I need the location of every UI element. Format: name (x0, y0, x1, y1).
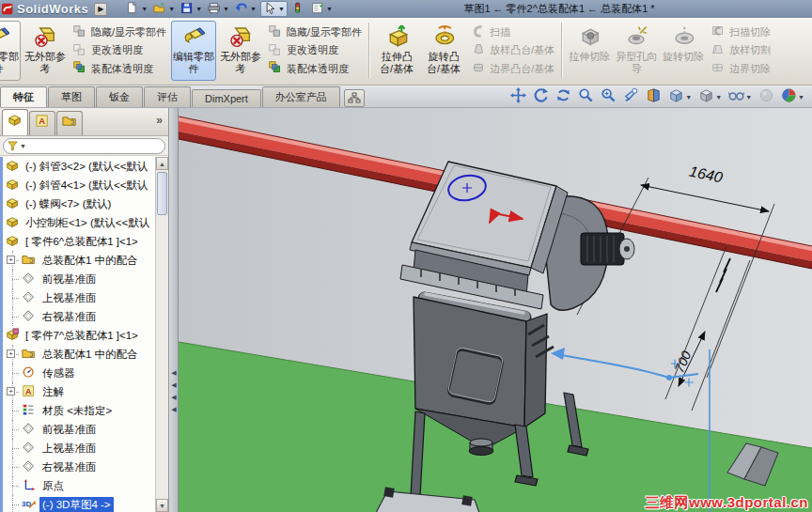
select-cursor-button[interactable]: ▼ (260, 1, 288, 17)
panel-tab-configurationmanager[interactable] (56, 111, 83, 135)
dropdown-caret-icon[interactable]: ▼ (685, 94, 692, 101)
tree-item[interactable]: 材质 <未指定> (0, 401, 155, 420)
tree-scrollbar[interactable]: ▲ ▼ (155, 157, 168, 512)
edit-appearance-button[interactable] (758, 87, 774, 107)
tree-item[interactable]: 前视基准面 (0, 420, 155, 439)
ribbon-menu-item-loft[interactable]: 放样凸台/基体 (471, 42, 554, 59)
ribbon-button-no-ext-ref[interactable]: 无外部参考 (218, 21, 263, 81)
ribbon-button-revolve-cut[interactable]: 旋转切除 (661, 21, 706, 81)
dropdown-caret-icon[interactable]: ▼ (326, 6, 333, 12)
section-view-button[interactable] (646, 87, 662, 107)
expand-toggle[interactable]: + (7, 387, 15, 396)
tree-item[interactable]: 前视基准面 (0, 270, 155, 288)
tree-item[interactable]: (-) 斜管4<1> (默认<<默认 (0, 176, 155, 194)
filter-caret-icon[interactable]: ▼ (20, 143, 26, 149)
feature-filter-input[interactable]: ▼ (3, 138, 165, 154)
tab-办公室产品[interactable]: 办公室产品 (262, 86, 340, 107)
tree-item[interactable]: 上视基准面 (0, 288, 155, 307)
tree-item[interactable]: (-) 蝶阀<7> (默认) (0, 194, 155, 213)
dropdown-caret-icon[interactable]: ▼ (250, 6, 257, 12)
tree-item[interactable]: [ 零件7^总装配体1 ]<1> (0, 326, 155, 345)
tree-item[interactable]: (-) 斜管3<2> (默认<<默认 (0, 157, 155, 176)
ribbon-menu-item-hide-show[interactable]: 隐藏/显示零部件 (72, 23, 166, 40)
rotate-view-button[interactable] (533, 87, 549, 107)
tree-item[interactable]: +总装配体1 中的配合 (0, 345, 155, 364)
ribbon-menu-item-transparency[interactable]: 更改透明度 (268, 42, 362, 59)
tree-item[interactable]: 小控制柜<1> (默认<<默认 (0, 213, 155, 232)
ribbon-button-edit-part[interactable]: 编辑零部件 (171, 21, 216, 81)
tree-item[interactable]: 3D(-) 3D草图4 -> (0, 495, 155, 512)
ribbon-menu-item-loft-cut[interactable]: 放样切割 (710, 42, 771, 59)
tree-item[interactable]: 上视基准面 (0, 439, 155, 458)
dropdown-caret-icon[interactable]: ▼ (278, 6, 285, 12)
ribbon-menu-item-boundary[interactable]: 边界凸台/基体 (471, 60, 554, 77)
print-button[interactable]: ▼ (206, 1, 231, 17)
apply-scene-button[interactable]: ▼ (781, 87, 804, 107)
tab-特征[interactable]: 特征 (0, 86, 47, 107)
ribbon-button-hole-wizard[interactable]: 异型孔向导 (614, 21, 659, 81)
zoom-selection-button[interactable] (623, 87, 639, 107)
ribbon-button-edit-part[interactable]: 编辑零部件 (0, 21, 21, 81)
ribbon-menu-item-asm-transparency[interactable]: 装配体透明度 (268, 60, 362, 77)
ribbon-menu-label: 边界切除 (729, 62, 771, 76)
scroll-down-button[interactable]: ▼ (156, 499, 168, 512)
tree-item[interactable]: 传感器 (0, 364, 155, 382)
dropdown-caret-icon[interactable]: ▼ (168, 6, 175, 12)
hide-show-items-button[interactable]: ▼ (728, 87, 752, 107)
tree-item[interactable]: +A注解 (0, 382, 155, 401)
zoom-area-button[interactable] (601, 87, 617, 107)
ribbon-menu-item-hide-show[interactable]: 隐藏/显示零部件 (268, 23, 362, 40)
options-list-button[interactable]: ▼ (309, 1, 335, 17)
splitter-collapse-arrows[interactable]: ◀◀◀◀ (170, 369, 178, 412)
ribbon-menu-label: 更改透明度 (287, 43, 338, 57)
ribbon-menu-label: 放样凸台/基体 (490, 43, 554, 57)
tree-connector (12, 448, 19, 449)
ribbon-menu-item-transparency[interactable]: 更改透明度 (72, 42, 166, 59)
ribbon-button-revolve-boss[interactable]: 旋转凸台/基体 (421, 21, 466, 81)
roll-view-button[interactable] (555, 87, 571, 107)
tree-item[interactable]: +总装配体1 中的配合 (0, 251, 155, 270)
tree-item[interactable]: [ 零件6^总装配体1 ]<1> (0, 232, 155, 251)
scroll-thumb[interactable] (157, 172, 167, 215)
dropdown-caret-icon[interactable]: ▼ (798, 94, 804, 101)
sketch-point (666, 375, 672, 380)
commandmanager-pin-button[interactable] (344, 89, 365, 107)
ribbon-menu-item-asm-transparency[interactable]: 装配体透明度 (72, 60, 166, 77)
tree-item[interactable]: 右视基准面 (0, 458, 155, 476)
traffic-lights-button[interactable] (289, 1, 307, 17)
dropdown-caret-icon[interactable]: ▼ (745, 94, 752, 101)
pan-button[interactable] (510, 87, 526, 107)
tab-草图[interactable]: 草图 (48, 86, 95, 107)
ribbon-button-extrude-boss[interactable]: 拉伸凸台/基体 (374, 21, 419, 81)
panel-tab-propertymanager[interactable]: A (29, 111, 55, 135)
panel-splitter[interactable]: ◀◀◀◀ (169, 108, 179, 512)
ribbon-button-no-ext-ref[interactable]: 无外部参考 (23, 21, 68, 81)
tree-item[interactable]: 右视基准面 (0, 307, 155, 326)
panel-overflow-button[interactable]: » (156, 114, 163, 127)
ribbon-button-extrude-cut[interactable]: 拉伸切除 (567, 21, 612, 81)
ribbon-menu-item-sweep[interactable]: 扫描 (471, 23, 554, 40)
undo-button[interactable]: ▼ (233, 1, 258, 17)
dropdown-caret-icon[interactable]: ▼ (223, 6, 229, 12)
scroll-up-button[interactable]: ▲ (156, 157, 168, 170)
tab-DimXpert[interactable]: DimXpert (192, 89, 261, 107)
zoom-fit-button[interactable] (578, 87, 594, 107)
ribbon-menu-item-sweep-cut[interactable]: 扫描切除 (710, 23, 771, 40)
tree-item[interactable]: 原点 (0, 476, 155, 495)
expand-toggle[interactable]: + (7, 349, 15, 358)
menu-flyout-button[interactable]: ▶ (94, 3, 107, 16)
tab-钣金[interactable]: 钣金 (96, 86, 143, 107)
dropdown-caret-icon[interactable]: ▼ (715, 94, 722, 101)
dropdown-caret-icon[interactable]: ▼ (195, 6, 202, 12)
ribbon-menu-item-boundary-cut[interactable]: 边界切除 (710, 60, 771, 77)
view-orientation-button[interactable]: ▼ (668, 87, 692, 107)
panel-tab-featuremanager[interactable] (2, 109, 28, 135)
tab-评估[interactable]: 评估 (144, 86, 191, 107)
dropdown-caret-icon[interactable]: ▼ (141, 6, 148, 12)
graphics-area[interactable]: 1640 700 (179, 108, 812, 512)
new-file-button[interactable]: ▼ (124, 1, 149, 17)
expand-toggle[interactable]: + (7, 256, 15, 264)
save-button[interactable]: ▼ (179, 1, 204, 17)
display-style-button[interactable]: ▼ (698, 87, 722, 107)
open-file-button[interactable]: ▼ (151, 1, 177, 17)
